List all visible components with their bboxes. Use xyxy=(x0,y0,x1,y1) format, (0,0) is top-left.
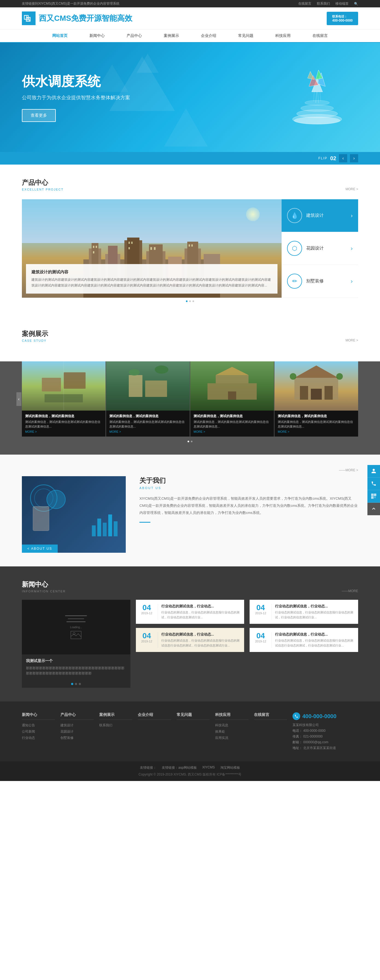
news-item-1-text: 行业动态的测试信息，行业动态的测试信息报行业动态的测试，行业动态的信息测试行业.… xyxy=(275,610,354,620)
footer-cols: 新闻中心 通知公告 公司新闻 行业动态 产品中心 建筑设计 花园设计 创墅装修 … xyxy=(22,713,358,750)
nav-item-about[interactable]: 企业介绍 xyxy=(190,30,227,42)
float-btn-phone[interactable] xyxy=(367,477,380,490)
svg-point-58 xyxy=(290,373,296,380)
footer-email-value: 000000@qq.com xyxy=(303,740,328,744)
news-item-3-date: 04 2019-12 xyxy=(254,632,267,648)
news-item-0[interactable]: 04 2019-12 行业动态的测试信息，行业动态... 行业动态的测试信息，行… xyxy=(136,600,245,624)
footer-link-garden[interactable]: 花园设计 xyxy=(60,729,94,734)
svg-rect-65 xyxy=(372,494,373,495)
case-item-2-more[interactable]: MORE > xyxy=(194,430,271,433)
news-item-0-content: 行业动态的测试信息，行业动态... 行业动态的测试信息，行业动态的测试信息报行业… xyxy=(158,604,240,620)
case-item-1-more[interactable]: MORE > xyxy=(109,430,186,433)
footer-link-tech-news[interactable]: 科技讯息 xyxy=(215,723,248,728)
footer-company: 某某科技有限公司 xyxy=(293,723,358,727)
loading-bar-1 xyxy=(65,615,87,616)
products-grid: 建筑设计的测试内容 建筑设计的测试内容建筑设计的测试内容建筑设计的测试内容建筑设… xyxy=(22,199,358,298)
footer-tel-label: 电话： xyxy=(293,729,302,733)
case-item-3-more[interactable]: MORE > xyxy=(278,430,355,433)
products-title-group: 产品中心 EXCELLENT PROJECT xyxy=(22,178,64,191)
product-card-2[interactable]: ✏ 别墅装修 › xyxy=(281,265,358,298)
cases-prev-arrow[interactable]: ‹ xyxy=(16,392,21,406)
footer-col-message: 在线留言 xyxy=(254,713,287,750)
hero-content: 供水调度系统 公司致力于为供水企业提供智慧水务整体解决方案 查看更多 xyxy=(22,73,130,122)
product-card-0[interactable]: 💧 建筑设计 › xyxy=(281,199,358,232)
case-item-2[interactable]: 测试的案例信息，测试的案例信息 测试的案例信息，测试的案例信息测试测试的案例信息… xyxy=(190,361,274,437)
footer-link-arch[interactable]: 建筑设计 xyxy=(60,723,94,728)
top-link-message[interactable]: 在线留言 xyxy=(298,2,312,6)
news-item-0-text: 行业动态的测试信息，行业动态的测试信息报行业动态的测试，行业动态的信息测试行业.… xyxy=(161,610,240,620)
search-icon[interactable]: 🔍 xyxy=(354,2,358,6)
product-card-2-arrow: › xyxy=(351,278,353,284)
footer-col-news: 新闻中心 通知公告 公司新闻 行业动态 xyxy=(22,713,55,750)
footer-link-notice[interactable]: 通知公告 xyxy=(22,723,55,728)
svg-point-59 xyxy=(336,373,343,380)
case-item-0-desc: 测试的案例信息，测试的案例信息测试测试的案例信息信息测试的案例信息... xyxy=(25,420,102,429)
sun xyxy=(246,207,260,221)
products-more-link[interactable]: MORE > xyxy=(345,187,358,191)
footer-link-taobao[interactable]: 淘宝网站模板 xyxy=(220,765,240,770)
svg-rect-52 xyxy=(228,391,236,400)
footer-col-tech: 科技应用 科技讯息 效果处 应用实况 xyxy=(215,713,248,750)
about-title-en: ABOUT US xyxy=(140,486,358,490)
float-btn-user[interactable] xyxy=(367,465,380,477)
float-btn-qr[interactable] xyxy=(367,490,380,503)
float-sidebar xyxy=(367,465,380,515)
news-item-0-day: 04 xyxy=(140,604,154,611)
footer-link-contact[interactable]: 联系我们 xyxy=(99,723,132,728)
nav-item-tech[interactable]: 科技应用 xyxy=(264,30,302,42)
footer-link-company-news[interactable]: 公司新闻 xyxy=(22,729,55,734)
svg-rect-30 xyxy=(93,246,94,248)
top-link-mobile[interactable]: 移动端首 xyxy=(335,2,348,6)
phone-float-icon xyxy=(371,481,377,486)
chart-bars xyxy=(92,514,118,536)
qr-icon xyxy=(371,493,377,499)
nav-item-cases[interactable]: 案例展示 xyxy=(153,30,190,42)
news-item-0-date: 04 2019-12 xyxy=(140,604,154,620)
nav-item-message[interactable]: 在线留言 xyxy=(302,30,339,42)
flip-prev-button[interactable]: ‹ xyxy=(339,154,347,162)
footer-link-tech-app[interactable]: 应用实况 xyxy=(215,736,248,740)
phone-number: 400-000-0000 xyxy=(332,19,353,22)
nav-item-news[interactable]: 新闻中心 xyxy=(78,30,116,42)
flip-next-button[interactable]: › xyxy=(350,154,358,162)
about-image: < ABOUT US xyxy=(22,476,126,553)
case-item-1-title: 测试的案例信息，测试的案例信息 xyxy=(109,414,186,418)
about-more-link[interactable]: ——MORE > xyxy=(339,468,358,472)
case-item-1[interactable]: 测试的案例信息，测试的案例信息 测试的案例信息，测试的案例信息测试测试的案例信息… xyxy=(106,361,190,437)
bar-4 xyxy=(108,514,112,536)
news-item-2[interactable]: 04 2019-12 行业动态的测试信息，行业动态... 行业动态的测试信息，行… xyxy=(136,628,245,652)
news-item-3[interactable]: 04 2019-12 行业动态的测试信息，行业动态... 行业动态的测试信息，行… xyxy=(250,628,358,652)
svg-rect-32 xyxy=(93,251,94,253)
footer-col-tech-title: 科技应用 xyxy=(215,713,248,720)
case-item-2-image xyxy=(190,361,274,410)
footer-col-cases-title: 案例展示 xyxy=(99,713,132,720)
footer-link-industry[interactable]: 行业动态 xyxy=(22,736,55,740)
nav-item-home[interactable]: 网站首页 xyxy=(41,30,78,43)
top-link-contact[interactable]: 联系我们 xyxy=(317,2,330,6)
phone-svg xyxy=(294,714,298,718)
nav-item-products[interactable]: 产品中心 xyxy=(116,30,153,42)
svg-rect-38 xyxy=(189,244,190,247)
case-item-3[interactable]: 测试的案例信息，测试的案例信息 测试的案例信息，测试的案例信息测试测试的案例信息… xyxy=(275,361,358,437)
news-item-1[interactable]: 04 2019-12 行业动态的测试信息，行业动态... 行业动态的测试信息，行… xyxy=(250,600,358,624)
news-item-1-date: 04 2019-12 xyxy=(254,604,267,620)
case-svg-3 xyxy=(275,361,358,410)
news-item-3-year: 2019-12 xyxy=(254,640,267,643)
bar-3 xyxy=(103,523,107,536)
hero-cta-button[interactable]: 查看更多 xyxy=(22,109,56,122)
case-item-0[interactable]: 测试的案例信息，测试的案例信息 测试的案例信息，测试的案例信息测试测试的案例信息… xyxy=(22,361,105,437)
footer-link-xiycms[interactable]: XIYCMS xyxy=(202,765,215,770)
case-item-0-more[interactable]: MORE > xyxy=(25,430,102,433)
cases-slider-container: ‹ 测试的案例信息，测试的案例信息 xyxy=(0,361,380,437)
nav-item-faq[interactable]: 常见问题 xyxy=(227,30,264,42)
footer-link-asp[interactable]: 友情链接：asp网站模板 xyxy=(162,765,197,770)
product-card-1[interactable]: ⬡ 花园设计 › xyxy=(281,232,358,265)
cases-more-link[interactable]: MORE > xyxy=(345,339,358,342)
float-btn-top[interactable] xyxy=(367,503,380,515)
footer-link-tech-effect[interactable]: 效果处 xyxy=(215,729,248,734)
news-featured: Loading... 我测试显示一个 那那那那那那那那那那那那那那那那那那那那那… xyxy=(22,600,130,688)
news-header: 新闻中心 INFORMATION CENTER ——MORE xyxy=(22,580,358,593)
news-more-link[interactable]: ——MORE xyxy=(342,589,358,593)
news-item-2-year: 2019-12 xyxy=(140,640,154,643)
footer-link-villa[interactable]: 创墅装修 xyxy=(60,736,94,740)
